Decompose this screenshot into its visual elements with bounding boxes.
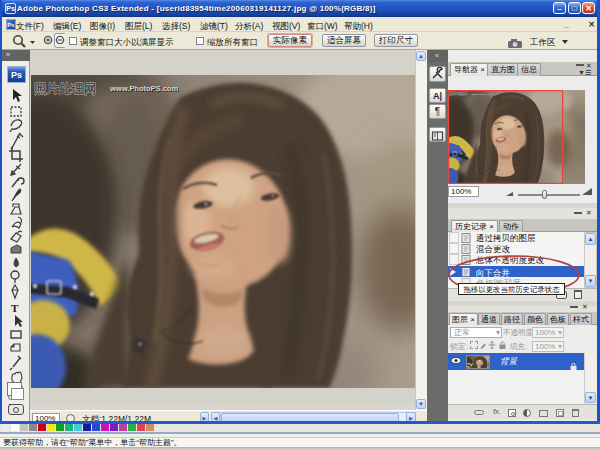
svg-text:www.PhotoPS.com: www.PhotoPS.com: [109, 84, 178, 93]
svg-text:T: T: [11, 302, 19, 314]
svg-text:照片处理网: 照片处理网: [34, 82, 97, 96]
